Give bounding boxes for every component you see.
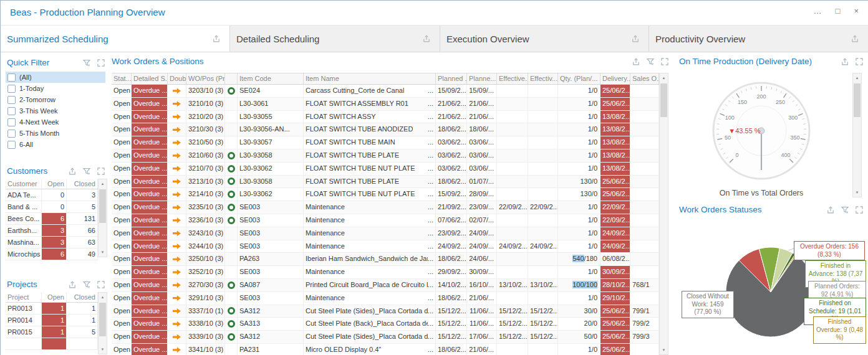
table-row[interactable]: PR001411 (6, 315, 98, 326)
filter-icon[interactable] (841, 206, 849, 214)
column-header[interactable]: Effective... (497, 73, 528, 84)
column-header[interactable]: Delivery... (600, 73, 630, 84)
table-row[interactable] (6, 338, 98, 350)
close-button[interactable]: × (854, 6, 859, 16)
expand-icon[interactable] (855, 206, 864, 214)
column-header[interactable]: Stat... (112, 73, 132, 84)
filter-icon[interactable] (646, 57, 655, 66)
column-header[interactable]: Sales O... (630, 73, 659, 84)
export-icon[interactable] (68, 280, 77, 289)
scroll-up-button[interactable]: ▲ (660, 73, 668, 82)
tab-execution-overview[interactable]: Execution Overview (440, 26, 649, 52)
expand-icon[interactable] (855, 57, 864, 66)
work-order-row[interactable]: OpenOverdue ...3250/10 (3)PA263Iberian H… (112, 253, 659, 266)
work-order-row[interactable]: OpenOverdue ...3210/10 (3)L30-3061FLOAT … (112, 98, 659, 111)
quick-filter-option[interactable]: 2-Tomorrow (6, 94, 105, 105)
work-order-row[interactable]: OpenOverdue ...3214/10 (3)L30-93062FLOAT… (112, 188, 659, 201)
export-icon[interactable] (422, 34, 431, 43)
scrollbar-thumb[interactable] (660, 83, 667, 117)
export-icon[interactable] (68, 167, 77, 176)
column-header[interactable]: WO/Pos (Prior.) (186, 73, 225, 84)
column-header[interactable]: Detailed S... (132, 73, 168, 84)
column-header[interactable]: Doub... (168, 73, 186, 84)
work-order-row[interactable]: OpenOverdue ...3244/10 (3)SE003Maintenan… (112, 240, 659, 253)
checkbox[interactable] (7, 107, 16, 115)
quick-filter-option[interactable]: (All) (6, 72, 105, 83)
work-order-row[interactable]: OpenOverdue ...3339/10 (3)SA312Cut Steel… (112, 331, 659, 344)
scroll-up-button[interactable]: ▲ (99, 293, 107, 301)
projects-scrollbar[interactable]: ▲▼ (98, 292, 107, 354)
work-order-row[interactable]: OpenOverdue ...3210/60 (3)L30-93058FLOAT… (112, 149, 659, 163)
column-header[interactable]: Qty. (Plan/... (558, 73, 600, 84)
scroll-down-button[interactable]: ▼ (853, 188, 861, 197)
column-header[interactable]: Closed (67, 292, 98, 302)
window-menu-button[interactable]: … (814, 6, 822, 16)
checkbox[interactable] (7, 96, 16, 104)
scrollbar-track[interactable] (99, 188, 107, 248)
column-header[interactable] (225, 73, 238, 84)
expand-icon[interactable] (97, 280, 105, 289)
export-icon[interactable] (212, 34, 221, 43)
filter-icon[interactable] (82, 280, 91, 289)
export-icon[interactable] (851, 34, 859, 43)
work-order-row[interactable]: OpenOverdue ...3203/10 (3)SE024Carcass C… (112, 85, 659, 98)
quick-filter-option[interactable]: 4-Next Week (6, 116, 105, 128)
export-icon[interactable] (632, 57, 640, 66)
table-row[interactable]: Bees Co...6131 (6, 213, 98, 225)
column-header[interactable]: Effectiv... (528, 73, 558, 84)
column-header[interactable]: Open (42, 179, 67, 189)
checkbox[interactable] (7, 73, 16, 82)
work-order-row[interactable]: OpenOverdue ...3341/10 (3)PA231Micro OLE… (112, 344, 659, 355)
scrollbar-track[interactable] (99, 301, 107, 345)
work-order-row[interactable]: OpenOverdue ...3235/10 (3)SE003Maintenan… (112, 201, 659, 214)
scroll-up-button[interactable]: ▲ (853, 73, 861, 82)
checkbox[interactable] (7, 85, 16, 93)
work-order-row[interactable]: OpenOverdue ...3210/70 (3)L30-93062FLOAT… (112, 163, 659, 176)
checkbox[interactable] (7, 141, 16, 149)
column-header[interactable]: Open (42, 292, 67, 302)
table-row[interactable]: ADA Te...03 (6, 189, 98, 201)
tab-productivity-overview[interactable]: Productivity Overview (649, 26, 868, 52)
scrollbar-track[interactable] (660, 82, 668, 346)
export-icon[interactable] (826, 206, 835, 214)
table-row[interactable]: PR001311 (6, 303, 98, 315)
work-order-row[interactable]: OpenOverdue ...3210/30 (3)L30-93056-AN..… (112, 123, 659, 136)
work-order-row[interactable]: OpenOverdue ...3337/10 (1)SA312Cut Steel… (112, 305, 659, 318)
quick-filter-option[interactable]: 3-This Week (6, 105, 105, 116)
scrollbar-track[interactable] (853, 82, 861, 188)
expand-icon[interactable] (660, 57, 669, 66)
column-header[interactable]: Item Name (304, 73, 436, 84)
table-row[interactable]: Band & ...05 (6, 201, 98, 213)
quick-filter-option[interactable]: 5-This Month (6, 128, 105, 139)
work-order-row[interactable]: OpenOverdue ...3291/10 (3)SE003Maintenan… (112, 292, 659, 305)
table-row[interactable]: Earthsh...366 (6, 225, 98, 237)
quick-filter-option[interactable]: 1-Today (6, 83, 105, 94)
tab-detailed-scheduling[interactable]: Detailed Scheduling (230, 26, 440, 52)
checkbox[interactable] (7, 118, 16, 126)
column-header[interactable]: Project (6, 292, 42, 302)
export-icon[interactable] (631, 34, 640, 43)
scrollbar-thumb[interactable] (99, 189, 106, 223)
work-order-row[interactable]: OpenOverdue ...3210/20 (3)L30-93055FLOAT… (112, 111, 659, 124)
filter-icon[interactable] (82, 59, 91, 67)
quick-filter-option[interactable]: 6-All (6, 139, 105, 150)
scroll-down-button[interactable]: ▼ (660, 346, 668, 354)
work-order-row[interactable]: OpenOverdue ...3210/50 (3)L30-93057FLOAT… (112, 136, 659, 149)
work-order-row[interactable]: OpenOverdue ...3236/10 (3)SE003Maintenan… (112, 214, 659, 227)
filter-icon[interactable] (82, 167, 91, 176)
work-order-row[interactable]: OpenOverdue ...3338/10 (3)SA313Cut Steel… (112, 318, 659, 331)
work-order-row[interactable]: OpenOverdue ...3270/30 (3)SA087Printed C… (112, 279, 659, 292)
work-order-row[interactable]: OpenOverdue ...3243/10 (3)SE003Maintenan… (112, 227, 659, 240)
table-row[interactable]: PR001515 (6, 326, 98, 338)
expand-icon[interactable] (97, 59, 105, 67)
column-header[interactable]: Planned ... (436, 73, 467, 84)
right-panel-scrollbar[interactable]: ▲▼ (852, 73, 862, 197)
table-row[interactable]: Mashina...363 (6, 237, 98, 249)
column-header[interactable]: Item Code (238, 73, 304, 84)
scrollbar-thumb[interactable] (99, 303, 106, 336)
work-order-row[interactable]: OpenOverdue ...3252/10 (3)SE003Maintenan… (112, 266, 659, 279)
checkbox[interactable] (7, 130, 16, 138)
scroll-up-button[interactable]: ▲ (99, 179, 107, 188)
scroll-down-button[interactable]: ▼ (99, 248, 107, 257)
tab-summarized-scheduling[interactable]: Summarized Scheduling (1, 26, 230, 52)
